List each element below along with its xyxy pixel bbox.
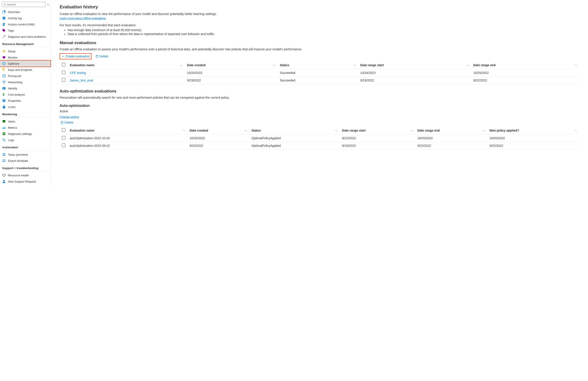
sort-icon[interactable]: ↑↓ — [354, 64, 356, 66]
cell-status: OptimalPolicyApplied — [249, 142, 340, 149]
sort-icon[interactable]: ↑↓ — [410, 129, 413, 132]
table-row[interactable]: CFE testing 10/25/2022 Succeeded 10/24/2… — [60, 69, 579, 77]
nav-label: Locks — [8, 105, 16, 109]
sidebar-item-tasks[interactable]: Tasks (preview) — [0, 151, 51, 158]
col-new-policy: New policy applied?↑↓ — [487, 126, 579, 134]
sidebar-item-monitor[interactable]: Monitor — [0, 54, 51, 60]
sidebar-item-activity-log[interactable]: Activity log — [0, 15, 51, 21]
sort-icon[interactable]: ↑↓ — [183, 129, 185, 132]
sort-icon[interactable]: ↑↓ — [483, 129, 485, 132]
sidebar-item-locks[interactable]: Locks — [0, 104, 51, 110]
nav-label: Activity log — [8, 17, 22, 20]
cell-name: autoOptimization-2022-09-22 — [68, 142, 187, 149]
table-row[interactable]: autoOptimization-2022-10-20 10/20/2022 O… — [60, 134, 579, 142]
sidebar-item-new-support[interactable]: New Support Request — [0, 178, 51, 184]
row-checkbox[interactable] — [62, 71, 65, 74]
sidebar-item-logs[interactable]: Logs — [0, 137, 51, 143]
sort-icon[interactable]: ↑↓ — [180, 64, 182, 66]
sidebar-item-properties[interactable]: Properties — [0, 98, 51, 104]
nav-label: Export template — [8, 159, 28, 162]
sort-icon[interactable]: ↑↓ — [466, 64, 469, 66]
svg-rect-51 — [61, 122, 63, 124]
sidebar-item-pricing[interactable]: Pricing tier — [0, 73, 51, 79]
row-checkbox[interactable] — [62, 136, 65, 140]
activity-log-icon — [2, 16, 6, 20]
svg-rect-6 — [3, 19, 4, 19]
delete-label: Delete — [99, 55, 108, 58]
sort-icon[interactable]: ↑↓ — [273, 64, 275, 66]
section-header-monitoring: Monitoring — [0, 110, 51, 117]
svg-rect-4 — [3, 18, 5, 18]
collapse-sidebar-icon[interactable]: « — [47, 3, 49, 6]
search-box[interactable] — [2, 2, 45, 7]
sidebar-item-identity[interactable]: Identity — [0, 85, 51, 91]
svg-point-8 — [4, 23, 5, 24]
cell-start: 9/19/2022 — [340, 142, 415, 149]
eval-name-link[interactable]: CFE testing — [70, 71, 86, 75]
nav-label: Keys and Endpoint — [8, 68, 32, 72]
rec-item: Data is collected from periods of time w… — [68, 32, 579, 36]
eval-name-link[interactable]: James_test_eval — [70, 79, 93, 82]
sidebar-item-setup[interactable]: Setup — [0, 48, 51, 54]
cell-applied: 9/22/2022 — [487, 142, 579, 149]
sidebar-item-export-template[interactable]: Export template — [0, 158, 51, 164]
sidebar-item-diagnose[interactable]: Diagnose and solve problems — [0, 34, 51, 40]
learn-more-link[interactable]: Learn more about offline evaluations — [60, 17, 106, 20]
cell-created: 10/20/2022 — [187, 134, 249, 142]
support-icon — [2, 180, 6, 183]
create-evaluation-button[interactable]: + Create evaluation — [60, 53, 91, 59]
sort-icon[interactable]: ↑↓ — [245, 129, 247, 132]
col-date-range-start: Date range start↑↓ — [358, 61, 471, 69]
nav-label: Logs — [8, 139, 14, 142]
sidebar-item-networking[interactable]: Networking — [0, 79, 51, 85]
sidebar-item-access-control[interactable]: Access control (IAM) — [0, 21, 51, 27]
select-all-checkbox[interactable] — [62, 63, 65, 66]
sidebar-item-cost-analysis[interactable]: $ Cost analysis — [0, 91, 51, 98]
diagnostic-settings-icon — [2, 132, 6, 136]
delete-button[interactable]: Delete — [95, 54, 109, 59]
svg-point-44 — [3, 155, 3, 156]
sidebar-item-optimize[interactable]: Optimize — [0, 60, 51, 67]
nav-label: Cost analysis — [8, 93, 25, 96]
change-setting-link[interactable]: Change setting — [60, 115, 79, 119]
cell-status: Succeeded — [278, 69, 358, 77]
logs-icon — [2, 138, 6, 142]
sort-icon[interactable]: ↑↓ — [335, 129, 338, 132]
rec-item: Has enough data (minimum of at least 50,… — [68, 28, 579, 32]
sidebar-item-tags[interactable]: Tags — [0, 27, 51, 34]
search-input[interactable] — [7, 3, 44, 6]
sidebar-item-keys[interactable]: Keys and Endpoint — [0, 67, 51, 73]
delete-button[interactable]: Delete — [60, 120, 74, 125]
cell-end: 10/25/2022 — [471, 69, 579, 77]
row-checkbox[interactable] — [62, 143, 65, 147]
cell-created: 9/22/2022 — [187, 142, 249, 149]
svg-rect-31 — [4, 99, 4, 102]
diagnose-icon — [2, 35, 6, 39]
select-all-checkbox[interactable] — [62, 128, 65, 132]
sidebar-item-overview[interactable]: Overview — [0, 9, 51, 15]
setup-icon — [2, 49, 6, 53]
sort-icon[interactable]: ↑↓ — [574, 64, 577, 66]
sidebar-item-alerts[interactable]: Alerts — [0, 118, 51, 124]
col-date-range-start: Date range start↑↓ — [340, 126, 415, 134]
nav-label: Identity — [8, 87, 17, 90]
sidebar-item-diagnostic-settings[interactable]: Diagnostic settings — [0, 131, 51, 137]
svg-rect-35 — [3, 128, 3, 129]
sidebar-item-metrics[interactable]: Metrics — [0, 124, 51, 131]
svg-point-43 — [4, 153, 5, 154]
svg-point-42 — [3, 153, 3, 154]
sort-icon[interactable]: ↑↓ — [574, 129, 577, 132]
svg-point-40 — [3, 139, 5, 141]
cell-end: 9/22/2022 — [471, 77, 579, 84]
svg-point-23 — [4, 81, 5, 82]
sidebar-item-resource-health[interactable]: Resource health — [0, 172, 51, 178]
table-row[interactable]: autoOptimization-2022-09-22 9/22/2022 Op… — [60, 142, 579, 149]
table-row[interactable]: James_test_eval 9/23/2022 Succeeded 9/19… — [60, 77, 579, 84]
row-checkbox[interactable] — [62, 78, 65, 82]
svg-rect-20 — [4, 71, 5, 71]
col-eval-name: Evaluation name↑↓ — [68, 61, 185, 69]
trash-icon — [61, 121, 63, 124]
col-status: Status↑↓ — [278, 61, 358, 69]
auto-opt-subtitle: Auto-optimization — [60, 104, 579, 108]
cell-name: autoOptimization-2022-10-20 — [68, 134, 187, 142]
